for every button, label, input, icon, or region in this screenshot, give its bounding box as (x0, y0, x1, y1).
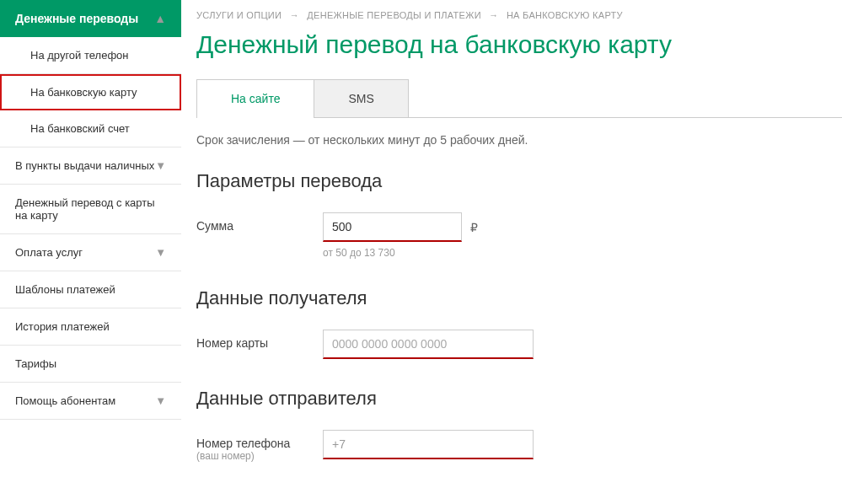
card-number-input[interactable] (323, 330, 534, 359)
sidebar-item-label: Шаблоны платежей (15, 283, 115, 296)
sidebar-item-label: История платежей (15, 320, 110, 333)
sidebar-item-label: На банковский счет (30, 122, 130, 135)
breadcrumb-current: НА БАНКОВСКУЮ КАРТУ (507, 10, 623, 20)
sidebar-item-label: На другой телефон (30, 49, 129, 62)
sidebar-item-label: На банковскую карту (30, 86, 137, 99)
breadcrumb-link-1[interactable]: УСЛУГИ И ОПЦИИ (196, 10, 282, 20)
page-title: Денежный перевод на банковскую карту (196, 30, 842, 59)
tab-on-site[interactable]: На сайте (196, 79, 314, 117)
arrow-right-icon: → (489, 10, 498, 20)
tabs: На сайте SMS (196, 79, 842, 118)
amount-row: Сумма ₽ от 50 до 13 730 (196, 212, 842, 259)
sidebar-header-label: Денежные переводы (15, 12, 138, 25)
currency-symbol: ₽ (470, 221, 478, 234)
sidebar-item-card-to-card[interactable]: Денежный перевод с карты на карту (0, 185, 181, 234)
main-content: УСЛУГИ И ОПЦИИ → ДЕНЕЖНЫЕ ПЕРЕВОДЫ И ПЛА… (181, 0, 842, 477)
sidebar-item-other-phone[interactable]: На другой телефон (0, 37, 181, 74)
arrow-right-icon: → (290, 10, 299, 20)
tab-label: SMS (348, 92, 373, 105)
phone-row: Номер телефона (ваш номер) (196, 430, 842, 462)
card-label: Номер карты (196, 330, 323, 350)
sidebar-item-label: Денежный перевод с карты на карту (15, 196, 166, 222)
sidebar-item-help[interactable]: Помощь абонентам ▼ (0, 383, 181, 420)
sidebar-header-money-transfers[interactable]: Денежные переводы ▲ (0, 0, 181, 37)
sidebar-item-label: Оплата услуг (15, 246, 83, 259)
section-title-recipient: Данные получателя (196, 287, 842, 309)
chevron-down-icon: ▼ (155, 394, 166, 407)
sidebar-item-label: В пункты выдачи наличных (15, 159, 154, 172)
phone-label: Номер телефона (ваш номер) (196, 430, 323, 462)
sidebar-item-templates[interactable]: Шаблоны платежей (0, 271, 181, 308)
amount-range-hint: от 50 до 13 730 (323, 247, 478, 259)
tab-sms[interactable]: SMS (314, 79, 408, 117)
breadcrumb: УСЛУГИ И ОПЦИИ → ДЕНЕЖНЫЕ ПЕРЕВОДЫ И ПЛА… (196, 10, 842, 20)
section-title-params: Параметры перевода (196, 170, 842, 192)
chevron-up-icon: ▲ (154, 12, 166, 25)
amount-input[interactable] (323, 212, 462, 242)
tab-label: На сайте (231, 92, 280, 105)
sidebar-item-history[interactable]: История платежей (0, 308, 181, 346)
breadcrumb-link-2[interactable]: ДЕНЕЖНЫЕ ПЕРЕВОДЫ И ПЛАТЕЖИ (307, 10, 481, 20)
section-title-sender: Данные отправителя (196, 388, 842, 410)
sidebar-item-tariffs[interactable]: Тарифы (0, 346, 181, 383)
sidebar-item-bank-card[interactable]: На банковскую карту (0, 74, 181, 110)
phone-input[interactable] (323, 430, 534, 459)
sidebar-item-pay-services[interactable]: Оплата услуг ▼ (0, 234, 181, 271)
sidebar-item-label: Помощь абонентам (15, 394, 115, 407)
sidebar-item-cash-points[interactable]: В пункты выдачи наличных ▼ (0, 147, 181, 185)
sidebar: Денежные переводы ▲ На другой телефон На… (0, 0, 181, 477)
chevron-down-icon: ▼ (155, 159, 166, 172)
chevron-down-icon: ▼ (155, 246, 166, 259)
phone-label-hint: (ваш номер) (196, 450, 323, 462)
credit-time-note: Срок зачисления — от нескольких минут до… (196, 133, 842, 147)
sidebar-item-bank-account[interactable]: На банковский счет (0, 110, 181, 147)
card-row: Номер карты (196, 330, 842, 359)
sidebar-item-label: Тарифы (15, 357, 56, 370)
amount-label: Сумма (196, 212, 323, 233)
